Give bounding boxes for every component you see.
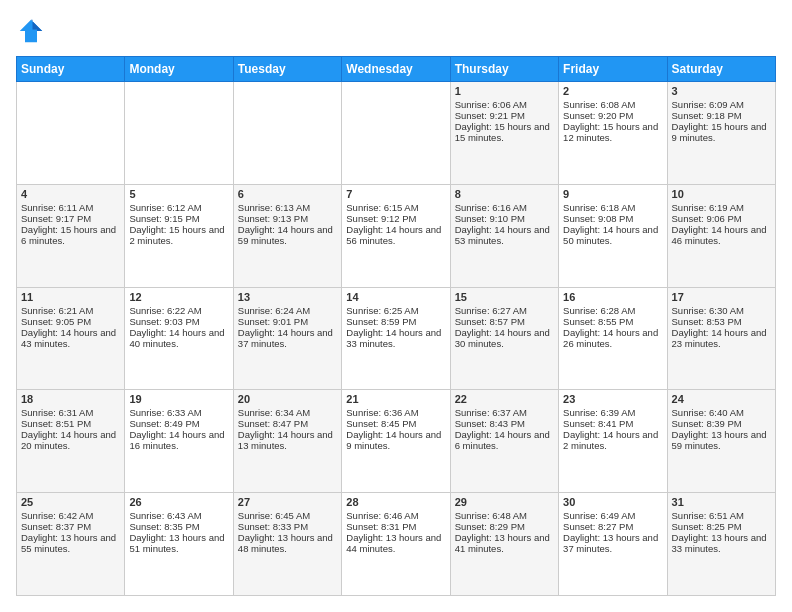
- day-number: 5: [129, 188, 228, 200]
- day-number: 31: [672, 496, 771, 508]
- sunrise-text: Sunrise: 6:39 AM: [563, 407, 662, 418]
- day-number: 26: [129, 496, 228, 508]
- sunset-text: Sunset: 9:21 PM: [455, 110, 554, 121]
- day-cell: 5Sunrise: 6:12 AMSunset: 9:15 PMDaylight…: [125, 184, 233, 287]
- logo-icon: [16, 16, 46, 46]
- header: [16, 16, 776, 46]
- day-cell: 15Sunrise: 6:27 AMSunset: 8:57 PMDayligh…: [450, 287, 558, 390]
- sunrise-text: Sunrise: 6:09 AM: [672, 99, 771, 110]
- sunset-text: Sunset: 8:35 PM: [129, 521, 228, 532]
- sunrise-text: Sunrise: 6:12 AM: [129, 202, 228, 213]
- day-header-saturday: Saturday: [667, 57, 775, 82]
- page: SundayMondayTuesdayWednesdayThursdayFrid…: [0, 0, 792, 612]
- sunrise-text: Sunrise: 6:16 AM: [455, 202, 554, 213]
- daylight-text: Daylight: 14 hours and 40 minutes.: [129, 327, 228, 349]
- sunset-text: Sunset: 9:06 PM: [672, 213, 771, 224]
- sunset-text: Sunset: 8:59 PM: [346, 316, 445, 327]
- day-cell: 6Sunrise: 6:13 AMSunset: 9:13 PMDaylight…: [233, 184, 341, 287]
- sunrise-text: Sunrise: 6:34 AM: [238, 407, 337, 418]
- sunset-text: Sunset: 8:43 PM: [455, 418, 554, 429]
- sunset-text: Sunset: 9:12 PM: [346, 213, 445, 224]
- day-cell: 9Sunrise: 6:18 AMSunset: 9:08 PMDaylight…: [559, 184, 667, 287]
- day-number: 1: [455, 85, 554, 97]
- daylight-text: Daylight: 14 hours and 13 minutes.: [238, 429, 337, 451]
- day-cell: 14Sunrise: 6:25 AMSunset: 8:59 PMDayligh…: [342, 287, 450, 390]
- sunrise-text: Sunrise: 6:36 AM: [346, 407, 445, 418]
- day-number: 22: [455, 393, 554, 405]
- sunrise-text: Sunrise: 6:45 AM: [238, 510, 337, 521]
- logo: [16, 16, 48, 46]
- daylight-text: Daylight: 14 hours and 33 minutes.: [346, 327, 445, 349]
- day-header-friday: Friday: [559, 57, 667, 82]
- day-header-sunday: Sunday: [17, 57, 125, 82]
- daylight-text: Daylight: 15 hours and 6 minutes.: [21, 224, 120, 246]
- daylight-text: Daylight: 14 hours and 56 minutes.: [346, 224, 445, 246]
- day-cell: [233, 82, 341, 185]
- day-cell: 25Sunrise: 6:42 AMSunset: 8:37 PMDayligh…: [17, 493, 125, 596]
- sunset-text: Sunset: 9:15 PM: [129, 213, 228, 224]
- daylight-text: Daylight: 13 hours and 33 minutes.: [672, 532, 771, 554]
- daylight-text: Daylight: 14 hours and 30 minutes.: [455, 327, 554, 349]
- day-cell: 11Sunrise: 6:21 AMSunset: 9:05 PMDayligh…: [17, 287, 125, 390]
- day-cell: 16Sunrise: 6:28 AMSunset: 8:55 PMDayligh…: [559, 287, 667, 390]
- day-cell: 26Sunrise: 6:43 AMSunset: 8:35 PMDayligh…: [125, 493, 233, 596]
- sunrise-text: Sunrise: 6:21 AM: [21, 305, 120, 316]
- daylight-text: Daylight: 15 hours and 15 minutes.: [455, 121, 554, 143]
- sunset-text: Sunset: 8:31 PM: [346, 521, 445, 532]
- sunrise-text: Sunrise: 6:43 AM: [129, 510, 228, 521]
- sunset-text: Sunset: 9:17 PM: [21, 213, 120, 224]
- day-cell: [17, 82, 125, 185]
- day-cell: 2Sunrise: 6:08 AMSunset: 9:20 PMDaylight…: [559, 82, 667, 185]
- sunset-text: Sunset: 8:47 PM: [238, 418, 337, 429]
- sunset-text: Sunset: 9:08 PM: [563, 213, 662, 224]
- day-header-monday: Monday: [125, 57, 233, 82]
- day-cell: 12Sunrise: 6:22 AMSunset: 9:03 PMDayligh…: [125, 287, 233, 390]
- sunset-text: Sunset: 8:41 PM: [563, 418, 662, 429]
- day-cell: 29Sunrise: 6:48 AMSunset: 8:29 PMDayligh…: [450, 493, 558, 596]
- week-row-3: 11Sunrise: 6:21 AMSunset: 9:05 PMDayligh…: [17, 287, 776, 390]
- sunset-text: Sunset: 9:13 PM: [238, 213, 337, 224]
- day-cell: 13Sunrise: 6:24 AMSunset: 9:01 PMDayligh…: [233, 287, 341, 390]
- day-number: 4: [21, 188, 120, 200]
- sunset-text: Sunset: 9:20 PM: [563, 110, 662, 121]
- sunset-text: Sunset: 8:33 PM: [238, 521, 337, 532]
- day-number: 21: [346, 393, 445, 405]
- sunset-text: Sunset: 9:10 PM: [455, 213, 554, 224]
- daylight-text: Daylight: 14 hours and 37 minutes.: [238, 327, 337, 349]
- sunset-text: Sunset: 9:03 PM: [129, 316, 228, 327]
- day-number: 27: [238, 496, 337, 508]
- day-number: 13: [238, 291, 337, 303]
- sunset-text: Sunset: 8:25 PM: [672, 521, 771, 532]
- sunrise-text: Sunrise: 6:24 AM: [238, 305, 337, 316]
- daylight-text: Daylight: 13 hours and 59 minutes.: [672, 429, 771, 451]
- sunset-text: Sunset: 8:45 PM: [346, 418, 445, 429]
- sunrise-text: Sunrise: 6:25 AM: [346, 305, 445, 316]
- day-number: 18: [21, 393, 120, 405]
- week-row-4: 18Sunrise: 6:31 AMSunset: 8:51 PMDayligh…: [17, 390, 776, 493]
- day-cell: 23Sunrise: 6:39 AMSunset: 8:41 PMDayligh…: [559, 390, 667, 493]
- day-cell: 27Sunrise: 6:45 AMSunset: 8:33 PMDayligh…: [233, 493, 341, 596]
- day-number: 29: [455, 496, 554, 508]
- sunset-text: Sunset: 8:37 PM: [21, 521, 120, 532]
- daylight-text: Daylight: 14 hours and 16 minutes.: [129, 429, 228, 451]
- daylight-text: Daylight: 13 hours and 44 minutes.: [346, 532, 445, 554]
- day-number: 8: [455, 188, 554, 200]
- daylight-text: Daylight: 14 hours and 9 minutes.: [346, 429, 445, 451]
- day-number: 14: [346, 291, 445, 303]
- sunrise-text: Sunrise: 6:37 AM: [455, 407, 554, 418]
- day-cell: 17Sunrise: 6:30 AMSunset: 8:53 PMDayligh…: [667, 287, 775, 390]
- daylight-text: Daylight: 14 hours and 6 minutes.: [455, 429, 554, 451]
- day-cell: 7Sunrise: 6:15 AMSunset: 9:12 PMDaylight…: [342, 184, 450, 287]
- daylight-text: Daylight: 14 hours and 2 minutes.: [563, 429, 662, 451]
- daylight-text: Daylight: 15 hours and 2 minutes.: [129, 224, 228, 246]
- sunrise-text: Sunrise: 6:49 AM: [563, 510, 662, 521]
- daylight-text: Daylight: 14 hours and 46 minutes.: [672, 224, 771, 246]
- daylight-text: Daylight: 13 hours and 48 minutes.: [238, 532, 337, 554]
- day-number: 16: [563, 291, 662, 303]
- day-header-thursday: Thursday: [450, 57, 558, 82]
- day-number: 10: [672, 188, 771, 200]
- sunrise-text: Sunrise: 6:08 AM: [563, 99, 662, 110]
- sunset-text: Sunset: 8:39 PM: [672, 418, 771, 429]
- sunset-text: Sunset: 8:29 PM: [455, 521, 554, 532]
- day-cell: 1Sunrise: 6:06 AMSunset: 9:21 PMDaylight…: [450, 82, 558, 185]
